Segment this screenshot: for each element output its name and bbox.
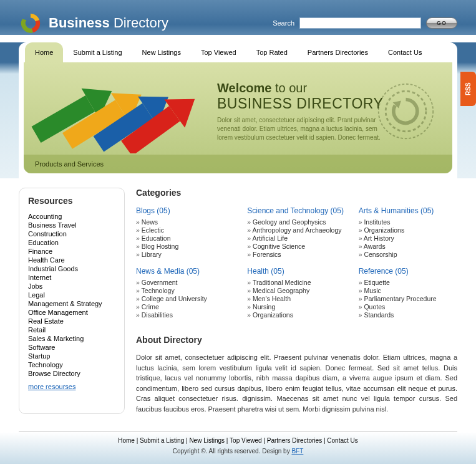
nav-item-home[interactable]: Home	[25, 42, 63, 62]
category-block: Health (05)Traditional MedicineMedical G…	[247, 267, 346, 319]
sidebar-item[interactable]: Internet	[28, 273, 115, 282]
sidebar-item[interactable]: Retail	[28, 325, 115, 334]
sidebar-item[interactable]: Software	[28, 343, 115, 352]
category-title[interactable]: Blogs (05)	[136, 206, 235, 215]
hero-welcome: Welcome to our	[217, 81, 386, 95]
search-input[interactable]	[299, 17, 421, 29]
svg-point-9	[386, 91, 426, 132]
about-text: Dolor sit amet, consectetuer adipiscing …	[136, 352, 457, 414]
sidebar-item[interactable]: Construction	[28, 229, 115, 238]
category-item[interactable]: Eclectic	[136, 226, 235, 234]
sidebar-item[interactable]: Education	[28, 238, 115, 247]
nav-item-partners-directories[interactable]: Partners Directories	[298, 42, 378, 62]
search-form: Search GO	[273, 17, 457, 29]
footer: Home | Submit a Listing | New Listings |…	[0, 432, 476, 464]
sidebar-item[interactable]: Real Estate	[28, 317, 115, 325]
category-item[interactable]: Standards	[359, 311, 457, 319]
footer-link[interactable]: New Listings	[189, 437, 225, 444]
category-item[interactable]: Forensics	[247, 250, 346, 258]
category-title[interactable]: Health (05)	[247, 267, 346, 276]
sidebar: Resources AccountingBusiness TravelConst…	[19, 188, 125, 414]
header: Business Directory Search GO	[0, 0, 476, 35]
sidebar-item[interactable]: Technology	[28, 360, 115, 369]
category-item[interactable]: Awards	[359, 242, 457, 250]
nav-item-top-rated[interactable]: Top Rated	[246, 42, 298, 62]
category-item[interactable]: Technology	[136, 286, 235, 294]
category-title[interactable]: Reference (05)	[359, 267, 457, 276]
nav-item-new-listings[interactable]: New Listings	[132, 42, 191, 62]
sidebar-item[interactable]: Sales & Marketing	[28, 334, 115, 343]
sidebar-item[interactable]: Jobs	[28, 282, 115, 291]
category-item[interactable]: Anthropology and Archaeology	[247, 226, 346, 234]
sidebar-item[interactable]: Management & Strategy	[28, 299, 115, 308]
category-item[interactable]: Blog Hosting	[136, 242, 235, 250]
category-item[interactable]: Disabilities	[136, 311, 235, 319]
category-block: Arts & Humanities (05)InstitutesOrganiza…	[359, 206, 457, 258]
category-item[interactable]: Artificial Life	[247, 234, 346, 242]
main-nav: HomeSubmit a ListingNew ListingsTop View…	[19, 42, 457, 62]
stamp-circle-icon	[376, 82, 435, 141]
sidebar-item[interactable]: Business Travel	[28, 221, 115, 229]
category-item[interactable]: Organizations	[247, 311, 346, 319]
logo-area[interactable]: Business Directory	[19, 11, 168, 35]
category-item[interactable]: Cognitive Science	[247, 242, 346, 250]
sidebar-item[interactable]: Accounting	[28, 212, 115, 221]
category-item[interactable]: Music	[359, 286, 457, 294]
refresh-circle-icon	[19, 11, 42, 35]
category-item[interactable]: Nursing	[247, 302, 346, 311]
hero-bar[interactable]: Products and Services	[24, 155, 452, 173]
sidebar-item[interactable]: Industrial Goods	[28, 264, 115, 273]
category-item[interactable]: Censorship	[359, 250, 457, 258]
hero-title: BUSINESS DIRECTORY	[217, 95, 386, 112]
hero-description: Dolor sit amet, consectetuer adipiscing …	[217, 116, 386, 142]
category-item[interactable]: News	[136, 218, 235, 226]
sidebar-item[interactable]: Startup	[28, 352, 115, 360]
category-block: Science and Technology (05)Geology and G…	[247, 206, 346, 258]
more-resources-link[interactable]: more resourses	[28, 383, 75, 390]
category-item[interactable]: Men's Health	[247, 294, 346, 302]
sidebar-item[interactable]: Legal	[28, 291, 115, 299]
designer-link[interactable]: BFT	[291, 448, 303, 455]
sidebar-item[interactable]: Finance	[28, 247, 115, 256]
sidebar-item[interactable]: Health Care	[28, 256, 115, 264]
category-item[interactable]: Education	[136, 234, 235, 242]
nav-item-submit-a-listing[interactable]: Submit a Listing	[63, 42, 132, 62]
category-item[interactable]: Parliamentary Procedure	[359, 294, 457, 302]
rss-tab[interactable]: RSS	[460, 72, 476, 106]
search-go-button[interactable]: GO	[426, 17, 457, 29]
about-title: About Directory	[136, 335, 457, 345]
category-title[interactable]: News & Media (05)	[136, 267, 235, 276]
category-item[interactable]: Geology and Geophysics	[247, 218, 346, 226]
footer-link[interactable]: Submit a Listing	[140, 437, 184, 444]
sidebar-item[interactable]: Browse Directory	[28, 369, 115, 378]
category-item[interactable]: Traditional Medicine	[247, 278, 346, 286]
main-content: Categories Blogs (05)NewsEclecticEducati…	[136, 188, 457, 414]
category-item[interactable]: Crime	[136, 302, 235, 311]
category-item[interactable]: Etiquette	[359, 278, 457, 286]
footer-link[interactable]: Top Viewed	[230, 437, 262, 444]
category-item[interactable]: College and University	[136, 294, 235, 302]
footer-link[interactable]: Home	[118, 437, 135, 444]
site-title: Business Directory	[49, 15, 168, 31]
footer-link[interactable]: Partners Directories	[267, 437, 322, 444]
arrows-illustration	[30, 72, 205, 153]
category-item[interactable]: Institutes	[359, 218, 457, 226]
category-item[interactable]: Organizations	[359, 226, 457, 234]
nav-item-top-viewed[interactable]: Top Viewed	[191, 42, 246, 62]
sidebar-title: Resources	[28, 196, 115, 206]
category-item[interactable]: Government	[136, 278, 235, 286]
footer-links: Home | Submit a Listing | New Listings |…	[0, 437, 476, 444]
category-title[interactable]: Arts & Humanities (05)	[359, 206, 457, 215]
category-block: Reference (05)EtiquetteMusicParliamentar…	[359, 267, 457, 319]
category-item[interactable]: Quotes	[359, 302, 457, 311]
sidebar-item[interactable]: Office Management	[28, 308, 115, 317]
categories-title: Categories	[136, 188, 457, 198]
category-item[interactable]: Library	[136, 250, 235, 258]
footer-link[interactable]: Contact Us	[327, 437, 357, 444]
svg-point-8	[379, 84, 433, 138]
footer-copyright: Copyright ©. All rights reserved. Design…	[0, 448, 476, 455]
nav-item-contact-us[interactable]: Contact Us	[378, 42, 432, 62]
category-item[interactable]: Medical Geography	[247, 286, 346, 294]
category-item[interactable]: Art History	[359, 234, 457, 242]
category-title[interactable]: Science and Technology (05)	[247, 206, 346, 215]
